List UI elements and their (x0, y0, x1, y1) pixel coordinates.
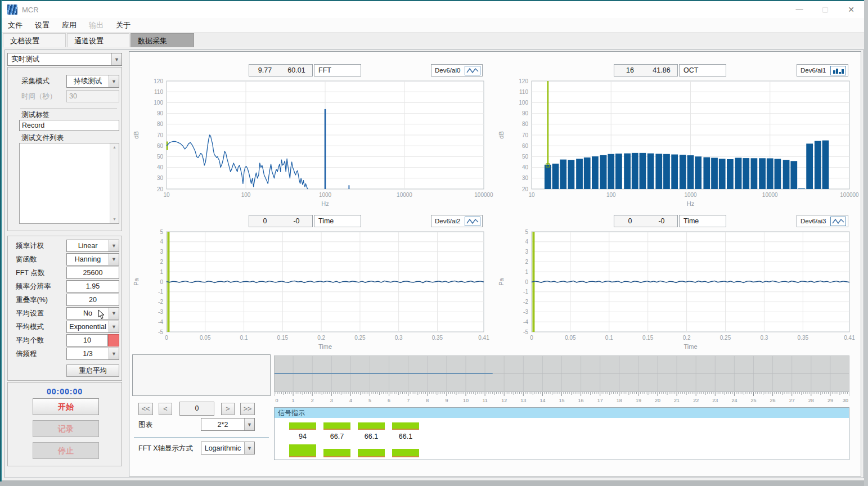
svg-text:30: 30 (843, 398, 848, 403)
param-select-6[interactable]: Exponential▼ (66, 321, 119, 333)
time-ai3-channel-box[interactable]: Dev6/ai3 (797, 215, 848, 227)
chevron-down-icon[interactable]: ▼ (109, 308, 119, 319)
oct-channel-box[interactable]: Dev6/ai1 (797, 64, 848, 76)
time-ai2-channel-box[interactable]: Dev6/ai2 (431, 215, 483, 227)
menu-item-2[interactable]: 应用 (56, 18, 83, 33)
start-button[interactable]: 开始 (33, 398, 99, 415)
svg-text:0.2: 0.2 (317, 335, 325, 341)
param-input-4[interactable] (66, 294, 119, 306)
signal-meter-top-3 (392, 422, 419, 430)
restart-average-button[interactable]: 重启平均 (66, 364, 119, 377)
test-file-listbox[interactable]: ▲ ▼ (19, 143, 119, 224)
stop-button[interactable]: 停止 (33, 442, 99, 459)
nav-counter-field[interactable]: 0 (179, 402, 214, 416)
fft-chart-type[interactable]: FFT (314, 64, 361, 76)
record-button[interactable]: 记录 (33, 420, 99, 437)
svg-text:1: 1 (525, 269, 528, 275)
nav-prev-button[interactable]: < (159, 403, 172, 415)
fft-xaxis-select[interactable]: Logarithmic ▼ (201, 442, 255, 454)
file-list-label: 测试文件列表 (21, 133, 64, 143)
close-button[interactable]: ✕ (838, 1, 864, 18)
param-select-1[interactable]: Hanning▼ (66, 253, 119, 266)
svg-text:6: 6 (388, 398, 390, 403)
svg-text:50: 50 (522, 154, 529, 160)
param-select-8[interactable]: 1/3▼ (66, 348, 119, 360)
svg-text:10: 10 (163, 192, 170, 198)
time-ai2-plot[interactable]: -5-4-3-2-101234500.050.10.150.20.250.30.… (131, 228, 495, 351)
chevron-down-icon[interactable]: ▼ (109, 75, 119, 87)
time-ai3-plot[interactable]: -5-4-3-2-101234500.050.10.150.20.250.30.… (496, 228, 861, 351)
chevron-down-icon[interactable]: ▼ (109, 240, 119, 251)
svg-text:1: 1 (292, 398, 295, 403)
minimize-button[interactable]: — (786, 1, 812, 18)
oct-plot[interactable]: 2030405060708090100110120101001000100001… (496, 78, 861, 208)
chevron-down-icon[interactable]: ▼ (111, 53, 122, 65)
nav-next-button[interactable]: > (221, 403, 235, 415)
window-title: MCR (22, 6, 39, 14)
waveform-icon (830, 217, 846, 226)
chevron-down-icon[interactable]: ▼ (109, 321, 119, 332)
time-ai3-chart-cell: 0 -0 Time Dev6/ai3 -5-4-3-2-101234500.05… (496, 208, 861, 351)
time-ai3-chart-type[interactable]: Time (679, 215, 726, 227)
listbox-scrollbar[interactable]: ▲ ▼ (110, 143, 119, 223)
time-ai2-readout: 0 -0 (249, 215, 313, 227)
param-input-2[interactable] (66, 267, 119, 279)
oct-chart-type[interactable]: OCT (679, 64, 726, 76)
acq-mode-select[interactable]: 持续测试 ▼ (66, 75, 119, 88)
svg-text:0.41: 0.41 (478, 335, 489, 341)
scroll-up-icon[interactable]: ▲ (110, 143, 119, 151)
window-frame-bottom (0, 480, 868, 486)
nav-first-button[interactable]: << (138, 403, 153, 415)
tab-2[interactable]: 数据采集 (131, 33, 194, 47)
nav-last-button[interactable]: >> (240, 403, 255, 415)
oct-chart-cell: 16 41.86 OCT Dev6/ai1 (496, 53, 861, 208)
param-select-0[interactable]: Linear▼ (66, 240, 119, 252)
param-label-4: 重叠率(%) (16, 295, 48, 305)
chevron-down-icon[interactable]: ▼ (244, 418, 254, 430)
fft-cursor-readout: 9.77 60.01 (249, 64, 313, 76)
time-sec-field[interactable] (66, 90, 119, 102)
param-input-3[interactable] (66, 280, 119, 292)
svg-text:22: 22 (693, 398, 699, 403)
svg-text:dB: dB (498, 131, 505, 138)
svg-text:50: 50 (157, 154, 164, 160)
svg-text:13: 13 (520, 398, 526, 403)
acquisition-groupbox: 采集模式 持续测试 ▼ 时间（秒） 测试标签 测试文件列表 ▲ ▼ (7, 67, 122, 231)
maximize-button[interactable]: ▢ (812, 1, 838, 18)
svg-text:100000: 100000 (474, 192, 493, 198)
svg-text:0.15: 0.15 (277, 335, 289, 341)
scroll-down-icon[interactable]: ▼ (110, 215, 119, 223)
chevron-down-icon[interactable]: ▼ (244, 442, 254, 454)
time-ai2-chart-type[interactable]: Time (314, 215, 361, 227)
signal-meter-bottom-1 (323, 449, 350, 457)
svg-text:3: 3 (330, 398, 333, 403)
signal-meter-top-1 (323, 422, 350, 430)
param-select-5[interactable]: No▼ (66, 307, 119, 320)
fft-channel-box[interactable]: Dev6/ai0 (431, 64, 483, 76)
chart-layout-select[interactable]: 2*2 ▼ (201, 418, 255, 431)
svg-text:12: 12 (501, 398, 507, 403)
menu-item-1[interactable]: 设置 (29, 18, 56, 33)
test-mode-select[interactable]: 实时测试 ▼ (7, 53, 122, 66)
svg-text:-5: -5 (523, 329, 528, 335)
chevron-down-icon[interactable]: ▼ (109, 254, 119, 265)
tab-1[interactable]: 通道设置 (67, 33, 129, 47)
test-tag-field[interactable] (19, 120, 119, 131)
svg-text:20: 20 (157, 186, 164, 192)
svg-text:0: 0 (165, 335, 168, 341)
svg-text:2: 2 (525, 259, 528, 265)
svg-text:30: 30 (522, 175, 529, 181)
chevron-down-icon[interactable]: ▼ (109, 348, 119, 359)
timeline-scrubber[interactable]: 0123456789101112131415161718192021222324… (274, 356, 849, 404)
svg-text:10000: 10000 (397, 192, 412, 198)
svg-text:0.1: 0.1 (240, 335, 248, 341)
menu-item-4[interactable]: 关于 (110, 18, 137, 33)
tab-0[interactable]: 文档设置 (3, 33, 66, 47)
fft-plot[interactable]: 2030405060708090100110120101001000100001… (131, 78, 495, 208)
svg-text:8: 8 (426, 398, 429, 403)
menu-item-0[interactable]: 文件 (2, 18, 29, 33)
param-input-7[interactable] (66, 334, 108, 346)
svg-text:70: 70 (157, 132, 164, 138)
svg-text:2: 2 (311, 398, 314, 403)
svg-text:5: 5 (368, 398, 371, 403)
